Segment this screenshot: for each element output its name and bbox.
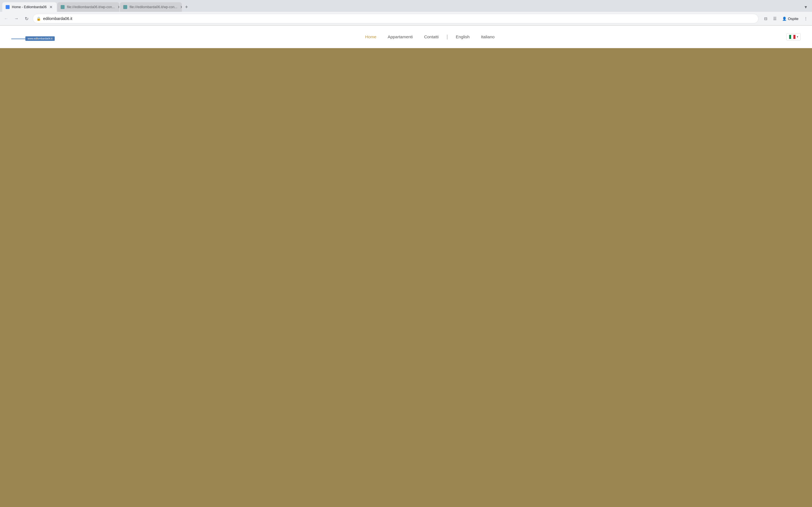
flag-green	[789, 35, 791, 39]
lock-icon: 🔒	[36, 17, 41, 21]
chevron-down-icon: ▾	[797, 35, 798, 38]
new-tab-button[interactable]: +	[183, 3, 190, 11]
italian-flag	[789, 35, 796, 39]
tab-search-icon: ☰	[773, 16, 777, 21]
reload-icon: ↻	[25, 16, 29, 21]
lang-switcher: ▾	[786, 33, 801, 41]
back-icon: ←	[4, 16, 8, 21]
forward-icon: →	[14, 16, 18, 21]
tab-close-file2[interactable]: ✕	[180, 4, 182, 10]
tab-title-home: Home - Edilombarda06	[12, 5, 47, 9]
nav-separator: |	[444, 34, 450, 40]
nav-english[interactable]: English	[450, 32, 475, 41]
flag-white	[791, 35, 793, 39]
tab-favicon-home	[6, 5, 10, 9]
tab-file1[interactable]: file:///edilombarda06.it/wp-con... ✕	[57, 2, 119, 12]
tab-title-file2: file:///edilombarda06.it/wp-con...	[130, 5, 177, 9]
site-main	[0, 48, 812, 507]
nav-home[interactable]: Home	[359, 32, 382, 41]
menu-button[interactable]: ⋮	[802, 15, 810, 22]
tab-list-button[interactable]: ▼	[802, 3, 810, 11]
tab-title-file1: file:///edilombarda06.it/wp-con...	[67, 5, 114, 9]
tab-bar: Home - Edilombarda06 ✕ file:///edilombar…	[0, 0, 812, 12]
flag-dropdown[interactable]: ▾	[786, 33, 801, 41]
url-text: edilombarda06.it	[43, 16, 755, 21]
tab-favicon-file1	[61, 5, 64, 9]
cast-button[interactable]: ⊟	[762, 15, 770, 22]
logo-box: www.edilombarda06.it	[26, 36, 55, 41]
tab-close-home[interactable]: ✕	[49, 4, 53, 10]
tab-favicon-file2	[123, 5, 127, 9]
tab-search-button[interactable]: ☰	[771, 15, 779, 22]
site-header: www.edilombarda06.it Home Appartamenti C…	[0, 25, 812, 48]
back-button[interactable]: ←	[2, 15, 10, 22]
profile-name: Ospite	[788, 17, 799, 21]
url-bar[interactable]: 🔒 edilombarda06.it	[33, 14, 758, 23]
tab-file2[interactable]: file:///edilombarda06.it/wp-con... ✕	[120, 2, 182, 12]
logo-text: www.edilombarda06.it	[28, 37, 52, 40]
logo-graphic: www.edilombarda06.it	[11, 31, 56, 43]
forward-button[interactable]: →	[12, 15, 20, 22]
flag-red	[794, 35, 795, 39]
browser-chrome: Home - Edilombarda06 ✕ file:///edilombar…	[0, 0, 812, 25]
reload-button[interactable]: ↻	[22, 15, 31, 22]
website: www.edilombarda06.it Home Appartamenti C…	[0, 25, 812, 507]
menu-icon: ⋮	[804, 16, 808, 21]
site-logo: www.edilombarda06.it	[11, 31, 56, 43]
address-bar: ← → ↻ 🔒 edilombarda06.it ⊟ ☰ 👤 Ospite ⋮	[0, 12, 812, 25]
nav-italiano[interactable]: Italiano	[475, 32, 500, 41]
profile-icon: 👤	[782, 17, 786, 21]
nav-contatti[interactable]: Contatti	[418, 32, 444, 41]
site-nav: Home Appartamenti Contatti | English Ita…	[73, 32, 786, 41]
nav-appartamenti[interactable]: Appartamenti	[382, 32, 418, 41]
tab-close-file1[interactable]: ✕	[117, 4, 119, 10]
tab-home[interactable]: Home - Edilombarda06 ✕	[2, 2, 57, 12]
cast-icon: ⊟	[764, 16, 767, 21]
browser-actions: ⊟ ☰ 👤 Ospite ⋮	[762, 15, 810, 22]
profile-button[interactable]: 👤 Ospite	[780, 15, 801, 22]
